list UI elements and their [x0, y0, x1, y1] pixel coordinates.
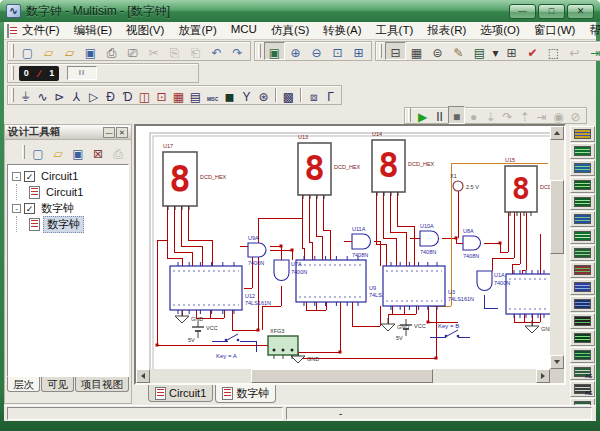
seven-segment-display[interactable]: 8U15DCD_HEX — [505, 157, 550, 216]
toolbox-tab-1[interactable]: 可见 — [41, 377, 74, 392]
tree-item-0[interactable]: -✓Circuit1 — [8, 168, 128, 184]
component-wizard-button[interactable]: ✎ — [448, 42, 469, 60]
design-toolbox-toggle-button[interactable]: ⊟ — [385, 42, 406, 60]
open-button[interactable]: ▱ — [48, 143, 68, 161]
iv-analyzer-button[interactable] — [570, 296, 595, 312]
toolbox-tab-2[interactable]: 项目视图 — [75, 377, 129, 392]
counter-ic[interactable]: U1274LS161N — [170, 262, 271, 314]
postprocessor-button[interactable]: ⊞ — [501, 42, 522, 60]
undo-button[interactable]: ↶ — [206, 42, 227, 60]
panel-close-button[interactable]: ✕ — [116, 127, 128, 138]
logic-analyzer-button[interactable] — [570, 262, 595, 278]
logic-gate[interactable] — [463, 236, 481, 250]
menu-f[interactable]: 文件(F) — [15, 22, 67, 39]
seven-segment-display[interactable]: 8U14DCD_HEX — [372, 131, 435, 196]
distortion-analyzer-button[interactable] — [570, 313, 595, 329]
grapher-dropdown-button[interactable]: ▾ — [490, 42, 501, 60]
vertical-scroll-thumb[interactable] — [550, 180, 564, 254]
zoom-in-button[interactable]: ⊕ — [285, 42, 306, 60]
place-electromechanical-button[interactable]: ⊛ — [255, 86, 272, 104]
vcc-battery[interactable]: VCC5V — [188, 321, 218, 343]
remove-breakpoints-button[interactable]: ⊘ — [567, 106, 584, 124]
open-button[interactable]: ▱ — [38, 42, 59, 60]
menu-p[interactable]: 放置(P) — [171, 22, 223, 39]
place-analog-button[interactable]: ▷ — [85, 86, 102, 104]
run-button[interactable]: ▶ — [414, 106, 431, 124]
spreadsheet-view-button[interactable]: ▦ — [406, 42, 427, 60]
save-button[interactable]: ▣ — [68, 143, 88, 161]
vertical-scrollbar[interactable] — [550, 126, 564, 369]
new-button[interactable]: ▢ — [17, 42, 38, 60]
print-button[interactable]: ⎙ — [101, 42, 122, 60]
multimeter-button[interactable] — [570, 126, 595, 142]
document-tab-0[interactable]: Circuit1 — [148, 385, 213, 402]
wattmeter-button[interactable] — [570, 160, 595, 176]
oscilloscope-button[interactable] — [570, 177, 595, 193]
logic-converter-button[interactable] — [570, 279, 595, 295]
copy-button[interactable]: ⎘ — [164, 42, 185, 60]
key-switch[interactable]: Key = B — [438, 323, 459, 337]
menu-w[interactable]: 窗口(W) — [527, 22, 583, 39]
counter-ic[interactable]: U374LS161N — [383, 262, 474, 310]
step-out-button[interactable]: ⇡ — [516, 106, 533, 124]
menu-s[interactable]: 仿真(S) — [264, 22, 316, 39]
zoom-out-button[interactable]: ⊖ — [306, 42, 327, 60]
spectrum-analyzer-button[interactable] — [570, 330, 595, 346]
place-transistor-button[interactable]: ⅄ — [68, 86, 85, 104]
place-indicator-button[interactable]: ▦ — [170, 86, 187, 104]
network-analyzer-button[interactable] — [570, 347, 595, 363]
toolbar-drag-handle[interactable] — [258, 44, 261, 58]
place-bus-button[interactable]: Γ — [322, 86, 339, 104]
tree-item-1[interactable]: Circuit1 — [8, 184, 128, 200]
title-bar[interactable]: ∿ 数字钟 - Multisim - [数字钟] —□✕ — [0, 0, 600, 22]
key-switch[interactable]: Key = A — [216, 334, 239, 359]
save-button[interactable]: ▣ — [80, 42, 101, 60]
forward-annotate-button[interactable]: ⇥ — [585, 42, 600, 60]
place-mcu-button[interactable]: ▩ — [280, 86, 297, 104]
step-over-button[interactable]: ↷ — [499, 106, 516, 124]
logic-gate[interactable] — [420, 231, 439, 246]
back-annotate-button[interactable]: ↩ — [564, 42, 585, 60]
place-rf-button[interactable]: Y — [238, 86, 255, 104]
agilent-multimeter-button[interactable]: AG — [570, 381, 595, 397]
agilent-function-generator-button[interactable]: AG — [570, 364, 595, 380]
cut-button[interactable]: ✂ — [143, 42, 164, 60]
tree-checkbox[interactable]: ✓ — [24, 171, 35, 182]
close-button[interactable]: ✕ — [567, 4, 594, 19]
toolbar-drag-handle[interactable] — [11, 88, 14, 102]
place-mixed-button[interactable]: ⊡ — [153, 86, 170, 104]
tree-item-3[interactable]: 数字钟 — [8, 216, 128, 232]
function-generator-xfg[interactable]: XFG3 — [268, 328, 298, 359]
record-button[interactable]: ● — [465, 106, 482, 124]
scroll-up-button[interactable] — [550, 126, 564, 140]
seven-segment-display[interactable]: 8U17DCD_HEX — [163, 143, 227, 210]
scroll-right-button[interactable] — [536, 369, 550, 383]
toolbar-drag-handle[interactable] — [11, 44, 14, 58]
place-diode-button[interactable]: ⊳ — [51, 86, 68, 104]
design-toolbox-titlebar[interactable]: 设计工具箱 —✕ — [5, 125, 131, 140]
close-design-button[interactable]: ⊠ — [88, 143, 108, 161]
maximize-button[interactable]: □ — [538, 4, 565, 19]
electrical-rules-check-button[interactable]: ✔ — [522, 42, 543, 60]
word-generator-button[interactable] — [570, 245, 595, 261]
tree-expander-icon[interactable]: - — [12, 172, 21, 181]
frequency-counter-button[interactable] — [570, 228, 595, 244]
new-button[interactable]: ▢ — [28, 143, 48, 161]
menu-a[interactable]: 转换(A) — [316, 22, 368, 39]
place-misc-button[interactable]: MISC — [204, 86, 221, 104]
stop-button[interactable]: ■ — [448, 106, 465, 124]
place-source-button[interactable]: ⏚ — [17, 86, 34, 104]
toolbar-drag-handle[interactable] — [379, 44, 382, 58]
toggle-breakpoint-button[interactable]: ◉ — [550, 106, 567, 124]
menu-o[interactable]: 选项(O) — [473, 22, 527, 39]
toolbar-drag-handle[interactable] — [11, 66, 14, 80]
zoom-area-button[interactable]: ⊞ — [348, 42, 369, 60]
menu-v[interactable]: 视图(V) — [119, 22, 171, 39]
pause-button[interactable]: II — [431, 106, 448, 124]
clock-source[interactable]: X12.5 V — [450, 173, 479, 191]
menu-e[interactable]: 编辑(E) — [67, 22, 119, 39]
place-power-button[interactable]: ▤ — [187, 86, 204, 104]
capture-screen-area-button[interactable]: ⬚ — [543, 42, 564, 60]
bode-plotter-button[interactable] — [570, 211, 595, 227]
menu-r[interactable]: 报表(R) — [420, 22, 473, 39]
